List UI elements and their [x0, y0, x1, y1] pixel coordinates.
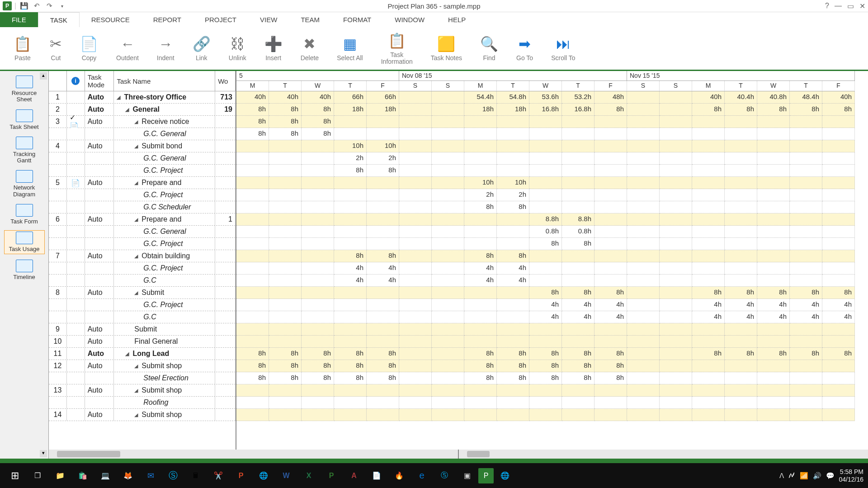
- time-cell[interactable]: [432, 250, 464, 262]
- task-work-cell[interactable]: [215, 238, 236, 250]
- time-cell[interactable]: 8h: [334, 372, 367, 384]
- task-grid-hscroll[interactable]: [49, 450, 459, 459]
- task-info-cell[interactable]: [67, 238, 85, 250]
- time-cell[interactable]: [627, 275, 660, 287]
- time-cell[interactable]: [367, 323, 399, 336]
- time-cell[interactable]: [432, 311, 464, 323]
- time-cell[interactable]: [822, 397, 855, 409]
- time-cell[interactable]: [594, 201, 627, 213]
- time-cell[interactable]: [757, 189, 790, 201]
- time-cell[interactable]: [757, 409, 790, 421]
- viewbar-task-usage[interactable]: Task Usage: [4, 230, 45, 254]
- time-cell[interactable]: [562, 250, 594, 262]
- task-row[interactable]: G.C. Project: [49, 238, 236, 250]
- time-cell[interactable]: [594, 384, 627, 397]
- time-cell[interactable]: [367, 116, 399, 128]
- day-header[interactable]: T: [497, 81, 529, 91]
- collapse-icon[interactable]: ◢: [134, 363, 140, 369]
- time-cell[interactable]: 8h: [497, 360, 529, 372]
- time-cell[interactable]: 18h: [464, 104, 497, 116]
- time-cell[interactable]: [822, 213, 855, 226]
- menu-format[interactable]: FORMAT: [331, 12, 383, 27]
- task-work-cell[interactable]: [215, 275, 236, 286]
- time-cell[interactable]: [236, 323, 269, 336]
- task-id-cell[interactable]: 5: [49, 177, 67, 189]
- time-cell[interactable]: 8h: [822, 287, 855, 299]
- close-icon[interactable]: ✕: [859, 2, 865, 10]
- task-mode-cell[interactable]: Auto: [85, 360, 114, 372]
- task-id-cell[interactable]: [49, 201, 67, 213]
- time-cell[interactable]: 8h: [334, 250, 367, 262]
- task-info-cell[interactable]: 📄: [67, 177, 85, 189]
- time-cell[interactable]: [464, 287, 497, 299]
- time-cell[interactable]: 8h: [822, 348, 855, 360]
- time-cell[interactable]: [497, 299, 529, 311]
- time-cell[interactable]: 8h: [367, 360, 399, 372]
- time-cell[interactable]: [790, 152, 822, 165]
- task-name-cell[interactable]: ◢Prepare and: [114, 213, 215, 225]
- time-cell[interactable]: [790, 372, 822, 384]
- time-cell[interactable]: 8h: [464, 372, 497, 384]
- time-cell[interactable]: [529, 128, 562, 140]
- time-cell[interactable]: 8h: [302, 360, 334, 372]
- time-cell[interactable]: [432, 262, 464, 275]
- task-name-cell[interactable]: Final General: [114, 336, 215, 347]
- task-row[interactable]: 14Auto◢Submit shop: [49, 409, 236, 421]
- time-cell[interactable]: [562, 323, 594, 336]
- time-cell[interactable]: [269, 140, 302, 152]
- time-cell[interactable]: [399, 275, 432, 287]
- skype-icon[interactable]: Ⓢ: [162, 466, 184, 485]
- time-cell[interactable]: [399, 189, 432, 201]
- edge-icon[interactable]: e: [410, 466, 433, 485]
- time-cell[interactable]: [269, 189, 302, 201]
- task-mode-cell[interactable]: [85, 311, 114, 323]
- time-cell[interactable]: [660, 213, 692, 226]
- time-cell[interactable]: [660, 323, 692, 336]
- time-cell[interactable]: [660, 140, 692, 152]
- time-cell[interactable]: [627, 299, 660, 311]
- time-cell[interactable]: 8h: [594, 348, 627, 360]
- time-cell[interactable]: 4h: [562, 311, 594, 323]
- time-cell[interactable]: [269, 275, 302, 287]
- time-cell[interactable]: [790, 128, 822, 140]
- time-cell[interactable]: [660, 299, 692, 311]
- time-cell[interactable]: 8h: [334, 348, 367, 360]
- task-mode-cell[interactable]: Auto: [85, 287, 114, 298]
- time-cell[interactable]: [594, 262, 627, 275]
- task-row[interactable]: G.C. General: [49, 128, 236, 140]
- time-cell[interactable]: [334, 128, 367, 140]
- time-cell[interactable]: [594, 152, 627, 165]
- time-cell[interactable]: [497, 165, 529, 177]
- time-cell[interactable]: [269, 238, 302, 250]
- task-info-cell[interactable]: [67, 397, 85, 408]
- time-cell[interactable]: [302, 397, 334, 409]
- menu-team[interactable]: TEAM: [289, 12, 331, 27]
- time-cell[interactable]: [594, 323, 627, 336]
- notepad-icon[interactable]: 📄: [365, 466, 388, 485]
- time-cell[interactable]: [236, 165, 269, 177]
- task-info-cell[interactable]: [67, 336, 85, 347]
- time-cell[interactable]: [334, 336, 367, 348]
- time-cell[interactable]: [269, 299, 302, 311]
- time-cell[interactable]: [562, 128, 594, 140]
- time-cell[interactable]: [627, 91, 660, 104]
- time-cell[interactable]: [302, 165, 334, 177]
- time-cell[interactable]: [497, 213, 529, 226]
- wifi-icon[interactable]: 📶: [800, 472, 808, 480]
- time-cell[interactable]: [269, 250, 302, 262]
- time-cell[interactable]: [236, 140, 269, 152]
- task-mode-cell[interactable]: Auto: [85, 116, 114, 128]
- time-cell[interactable]: 8h: [692, 348, 725, 360]
- task-row[interactable]: 10AutoFinal General: [49, 336, 236, 348]
- time-cell[interactable]: [399, 323, 432, 336]
- time-cell[interactable]: [269, 336, 302, 348]
- task-name-cell[interactable]: G.C. Project: [114, 299, 215, 311]
- task-info-cell[interactable]: [67, 165, 85, 176]
- collapse-icon[interactable]: ◢: [134, 143, 140, 149]
- time-cell[interactable]: [464, 116, 497, 128]
- time-cell[interactable]: [692, 177, 725, 189]
- day-header[interactable]: W: [302, 81, 334, 91]
- viewbar-tracking-gantt[interactable]: Tracking Gantt: [4, 136, 45, 165]
- time-grid-hscroll[interactable]: [459, 450, 868, 459]
- time-cell[interactable]: [594, 165, 627, 177]
